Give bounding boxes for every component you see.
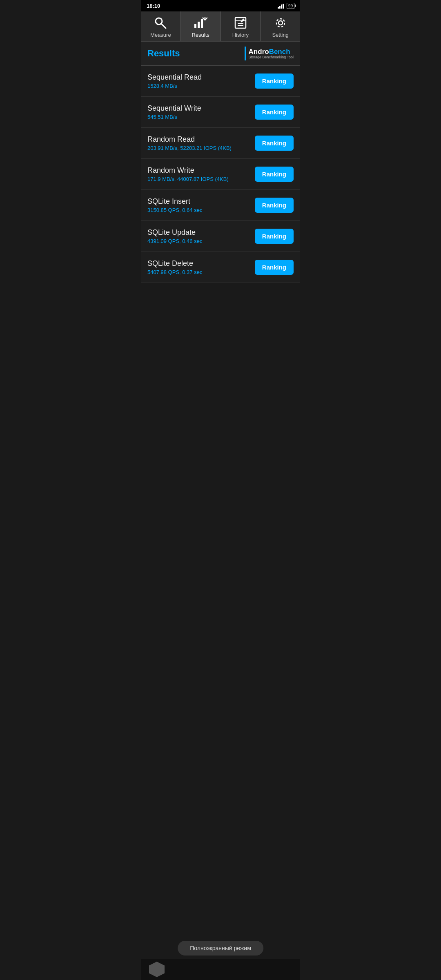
benchmark-info-5: SQLite Update 4391.09 QPS, 0.46 sec [147,228,255,244]
tab-history-label: History [232,32,249,38]
status-icons: 99 [278,3,294,9]
tab-setting-label: Setting [272,32,288,38]
benchmark-info-1: Sequential Write 545.51 MB/s [147,104,255,120]
status-time: 18:10 [147,3,160,9]
benchmark-row: SQLite Insert 3150.85 QPS, 0.64 sec Rank… [141,190,300,221]
logo-bench: Bench [269,48,290,56]
svg-point-16 [276,19,285,27]
svg-rect-8 [201,19,203,28]
history-icon [233,16,248,30]
signal-icon [278,3,285,9]
svg-rect-3 [283,4,284,9]
benchmark-name-1: Sequential Write [147,104,255,113]
benchmark-row: SQLite Update 4391.09 QPS, 0.46 sec Rank… [141,221,300,252]
benchmark-list: Sequential Read 1528.4 MB/s Ranking Sequ… [141,66,300,283]
logo-accent-bar [245,47,246,60]
tab-measure[interactable]: Measure [141,11,181,41]
benchmark-info-0: Sequential Read 1528.4 MB/s [147,73,255,89]
status-bar: 18:10 99 [141,0,300,11]
results-page-title: Results [147,48,180,59]
ranking-button-2[interactable]: Ranking [255,136,294,151]
ranking-button-6[interactable]: Ranking [255,260,294,275]
benchmark-name-0: Sequential Read [147,73,255,82]
logo-text: AndroBench [249,48,294,55]
benchmark-row: Sequential Read 1528.4 MB/s Ranking [141,66,300,97]
ranking-button-5[interactable]: Ranking [255,229,294,244]
benchmark-value-3: 171.9 MB/s, 44007.87 IOPS (4KB) [147,176,255,182]
results-icon [193,16,208,30]
logo-andro: Andro [249,48,269,56]
ranking-button-4[interactable]: Ranking [255,198,294,213]
benchmark-name-6: SQLite Delete [147,259,255,268]
tab-setting[interactable]: Setting [261,11,300,41]
battery-level: 99 [288,4,293,8]
benchmark-name-3: Random Write [147,166,255,175]
svg-rect-0 [278,7,279,9]
measure-icon [153,16,168,30]
benchmark-value-6: 5407.98 QPS, 0.37 sec [147,269,255,275]
results-header: Results AndroBench Storage Benchmarking … [141,42,300,66]
benchmark-info-4: SQLite Insert 3150.85 QPS, 0.64 sec [147,197,255,213]
ranking-button-3[interactable]: Ranking [255,167,294,182]
benchmark-row: Random Write 171.9 MB/s, 44007.87 IOPS (… [141,159,300,190]
svg-rect-1 [279,6,281,9]
benchmark-info-2: Random Read 203.91 MB/s, 52203.21 IOPS (… [147,135,255,151]
androbench-logo: AndroBench Storage Benchmarking Tool [245,47,294,60]
tab-history[interactable]: History [221,11,261,41]
benchmark-name-2: Random Read [147,135,255,144]
benchmark-value-0: 1528.4 MB/s [147,83,255,89]
tab-results[interactable]: Results [181,11,221,41]
benchmark-value-5: 4391.09 QPS, 0.46 sec [147,238,255,244]
benchmark-row: Random Read 203.91 MB/s, 52203.21 IOPS (… [141,128,300,159]
svg-point-15 [278,21,283,25]
benchmark-value-4: 3150.85 QPS, 0.64 sec [147,207,255,213]
ranking-button-1[interactable]: Ranking [255,105,294,120]
setting-icon [273,16,288,30]
benchmark-name-5: SQLite Update [147,228,255,237]
benchmark-value-1: 545.51 MB/s [147,114,255,120]
svg-line-5 [161,24,166,28]
benchmark-row: Sequential Write 545.51 MB/s Ranking [141,97,300,128]
logo-subtitle: Storage Benchmarking Tool [249,56,294,59]
benchmark-name-4: SQLite Insert [147,197,255,206]
benchmark-info-3: Random Write 171.9 MB/s, 44007.87 IOPS (… [147,166,255,182]
benchmark-row: SQLite Delete 5407.98 QPS, 0.37 sec Rank… [141,252,300,283]
tab-results-label: Results [192,32,209,38]
svg-rect-2 [281,4,282,9]
ranking-button-0[interactable]: Ranking [255,74,294,89]
svg-rect-7 [198,22,200,28]
svg-rect-6 [194,24,196,28]
tab-navigation: Measure Results [141,11,300,42]
tab-measure-label: Measure [150,32,171,38]
benchmark-info-6: SQLite Delete 5407.98 QPS, 0.37 sec [147,259,255,275]
battery-indicator: 99 [287,3,294,9]
benchmark-value-2: 203.91 MB/s, 52203.21 IOPS (4KB) [147,145,255,151]
